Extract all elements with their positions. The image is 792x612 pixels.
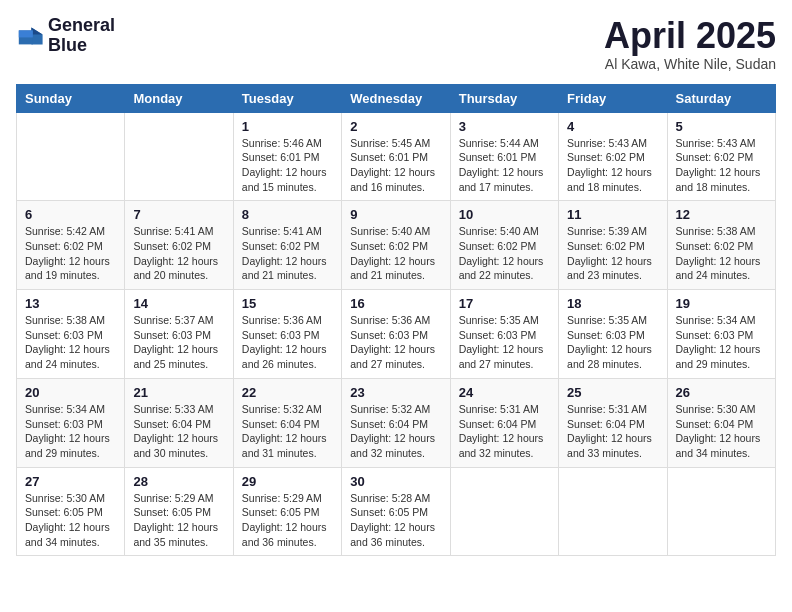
day-number: 2: [350, 119, 441, 134]
day-number: 25: [567, 385, 658, 400]
calendar-cell: 27Sunrise: 5:30 AMSunset: 6:05 PMDayligh…: [17, 467, 125, 556]
day-info: Sunrise: 5:33 AMSunset: 6:04 PMDaylight:…: [133, 402, 224, 461]
calendar-cell: [450, 467, 558, 556]
day-number: 16: [350, 296, 441, 311]
day-number: 1: [242, 119, 333, 134]
day-info: Sunrise: 5:43 AMSunset: 6:02 PMDaylight:…: [567, 136, 658, 195]
week-row-3: 13Sunrise: 5:38 AMSunset: 6:03 PMDayligh…: [17, 290, 776, 379]
calendar-cell: 2Sunrise: 5:45 AMSunset: 6:01 PMDaylight…: [342, 112, 450, 201]
calendar-cell: 22Sunrise: 5:32 AMSunset: 6:04 PMDayligh…: [233, 378, 341, 467]
day-info: Sunrise: 5:31 AMSunset: 6:04 PMDaylight:…: [567, 402, 658, 461]
day-number: 24: [459, 385, 550, 400]
day-info: Sunrise: 5:46 AMSunset: 6:01 PMDaylight:…: [242, 136, 333, 195]
week-row-5: 27Sunrise: 5:30 AMSunset: 6:05 PMDayligh…: [17, 467, 776, 556]
week-row-4: 20Sunrise: 5:34 AMSunset: 6:03 PMDayligh…: [17, 378, 776, 467]
day-info: Sunrise: 5:35 AMSunset: 6:03 PMDaylight:…: [567, 313, 658, 372]
day-info: Sunrise: 5:32 AMSunset: 6:04 PMDaylight:…: [242, 402, 333, 461]
day-info: Sunrise: 5:41 AMSunset: 6:02 PMDaylight:…: [133, 224, 224, 283]
day-info: Sunrise: 5:34 AMSunset: 6:03 PMDaylight:…: [676, 313, 767, 372]
day-number: 29: [242, 474, 333, 489]
calendar-cell: 30Sunrise: 5:28 AMSunset: 6:05 PMDayligh…: [342, 467, 450, 556]
day-number: 26: [676, 385, 767, 400]
calendar-cell: [17, 112, 125, 201]
day-number: 14: [133, 296, 224, 311]
logo-text: General Blue: [48, 16, 115, 56]
calendar-cell: 18Sunrise: 5:35 AMSunset: 6:03 PMDayligh…: [559, 290, 667, 379]
calendar-cell: 1Sunrise: 5:46 AMSunset: 6:01 PMDaylight…: [233, 112, 341, 201]
day-info: Sunrise: 5:29 AMSunset: 6:05 PMDaylight:…: [133, 491, 224, 550]
day-info: Sunrise: 5:44 AMSunset: 6:01 PMDaylight:…: [459, 136, 550, 195]
day-info: Sunrise: 5:36 AMSunset: 6:03 PMDaylight:…: [350, 313, 441, 372]
week-row-2: 6Sunrise: 5:42 AMSunset: 6:02 PMDaylight…: [17, 201, 776, 290]
day-number: 3: [459, 119, 550, 134]
week-row-1: 1Sunrise: 5:46 AMSunset: 6:01 PMDaylight…: [17, 112, 776, 201]
day-number: 23: [350, 385, 441, 400]
day-info: Sunrise: 5:32 AMSunset: 6:04 PMDaylight:…: [350, 402, 441, 461]
weekday-header-monday: Monday: [125, 84, 233, 112]
calendar-cell: 11Sunrise: 5:39 AMSunset: 6:02 PMDayligh…: [559, 201, 667, 290]
day-info: Sunrise: 5:42 AMSunset: 6:02 PMDaylight:…: [25, 224, 116, 283]
day-info: Sunrise: 5:31 AMSunset: 6:04 PMDaylight:…: [459, 402, 550, 461]
calendar-cell: 19Sunrise: 5:34 AMSunset: 6:03 PMDayligh…: [667, 290, 775, 379]
day-info: Sunrise: 5:38 AMSunset: 6:03 PMDaylight:…: [25, 313, 116, 372]
day-info: Sunrise: 5:39 AMSunset: 6:02 PMDaylight:…: [567, 224, 658, 283]
calendar-cell: 12Sunrise: 5:38 AMSunset: 6:02 PMDayligh…: [667, 201, 775, 290]
day-number: 19: [676, 296, 767, 311]
logo: General Blue: [16, 16, 115, 56]
calendar-cell: 13Sunrise: 5:38 AMSunset: 6:03 PMDayligh…: [17, 290, 125, 379]
weekday-header-sunday: Sunday: [17, 84, 125, 112]
day-info: Sunrise: 5:29 AMSunset: 6:05 PMDaylight:…: [242, 491, 333, 550]
calendar-cell: 26Sunrise: 5:30 AMSunset: 6:04 PMDayligh…: [667, 378, 775, 467]
day-number: 22: [242, 385, 333, 400]
day-info: Sunrise: 5:35 AMSunset: 6:03 PMDaylight:…: [459, 313, 550, 372]
day-number: 20: [25, 385, 116, 400]
svg-rect-4: [19, 30, 33, 37]
day-number: 8: [242, 207, 333, 222]
day-info: Sunrise: 5:43 AMSunset: 6:02 PMDaylight:…: [676, 136, 767, 195]
calendar-cell: 25Sunrise: 5:31 AMSunset: 6:04 PMDayligh…: [559, 378, 667, 467]
calendar-cell: 5Sunrise: 5:43 AMSunset: 6:02 PMDaylight…: [667, 112, 775, 201]
calendar-cell: 3Sunrise: 5:44 AMSunset: 6:01 PMDaylight…: [450, 112, 558, 201]
calendar-cell: 20Sunrise: 5:34 AMSunset: 6:03 PMDayligh…: [17, 378, 125, 467]
calendar-table: SundayMondayTuesdayWednesdayThursdayFrid…: [16, 84, 776, 557]
calendar-cell: 7Sunrise: 5:41 AMSunset: 6:02 PMDaylight…: [125, 201, 233, 290]
calendar-cell: 9Sunrise: 5:40 AMSunset: 6:02 PMDaylight…: [342, 201, 450, 290]
day-info: Sunrise: 5:28 AMSunset: 6:05 PMDaylight:…: [350, 491, 441, 550]
day-info: Sunrise: 5:41 AMSunset: 6:02 PMDaylight:…: [242, 224, 333, 283]
weekday-header-wednesday: Wednesday: [342, 84, 450, 112]
weekday-header-thursday: Thursday: [450, 84, 558, 112]
calendar-cell: 28Sunrise: 5:29 AMSunset: 6:05 PMDayligh…: [125, 467, 233, 556]
calendar-cell: 24Sunrise: 5:31 AMSunset: 6:04 PMDayligh…: [450, 378, 558, 467]
day-number: 6: [25, 207, 116, 222]
day-number: 4: [567, 119, 658, 134]
day-number: 13: [25, 296, 116, 311]
day-number: 9: [350, 207, 441, 222]
header: General Blue April 2025 Al Kawa, White N…: [16, 16, 776, 72]
logo-icon: [16, 22, 44, 50]
title-area: April 2025 Al Kawa, White Nile, Sudan: [604, 16, 776, 72]
day-info: Sunrise: 5:38 AMSunset: 6:02 PMDaylight:…: [676, 224, 767, 283]
calendar-cell: [125, 112, 233, 201]
day-number: 7: [133, 207, 224, 222]
calendar-cell: 21Sunrise: 5:33 AMSunset: 6:04 PMDayligh…: [125, 378, 233, 467]
day-info: Sunrise: 5:40 AMSunset: 6:02 PMDaylight:…: [459, 224, 550, 283]
day-number: 17: [459, 296, 550, 311]
weekday-header-friday: Friday: [559, 84, 667, 112]
calendar-cell: 16Sunrise: 5:36 AMSunset: 6:03 PMDayligh…: [342, 290, 450, 379]
calendar-cell: 15Sunrise: 5:36 AMSunset: 6:03 PMDayligh…: [233, 290, 341, 379]
calendar-cell: 6Sunrise: 5:42 AMSunset: 6:02 PMDaylight…: [17, 201, 125, 290]
day-info: Sunrise: 5:34 AMSunset: 6:03 PMDaylight:…: [25, 402, 116, 461]
calendar-cell: 10Sunrise: 5:40 AMSunset: 6:02 PMDayligh…: [450, 201, 558, 290]
weekday-header-row: SundayMondayTuesdayWednesdayThursdayFrid…: [17, 84, 776, 112]
calendar-title: April 2025: [604, 16, 776, 56]
day-info: Sunrise: 5:37 AMSunset: 6:03 PMDaylight:…: [133, 313, 224, 372]
day-number: 5: [676, 119, 767, 134]
day-number: 15: [242, 296, 333, 311]
day-number: 11: [567, 207, 658, 222]
calendar-cell: 4Sunrise: 5:43 AMSunset: 6:02 PMDaylight…: [559, 112, 667, 201]
weekday-header-tuesday: Tuesday: [233, 84, 341, 112]
day-number: 18: [567, 296, 658, 311]
day-number: 21: [133, 385, 224, 400]
day-number: 10: [459, 207, 550, 222]
day-info: Sunrise: 5:36 AMSunset: 6:03 PMDaylight:…: [242, 313, 333, 372]
